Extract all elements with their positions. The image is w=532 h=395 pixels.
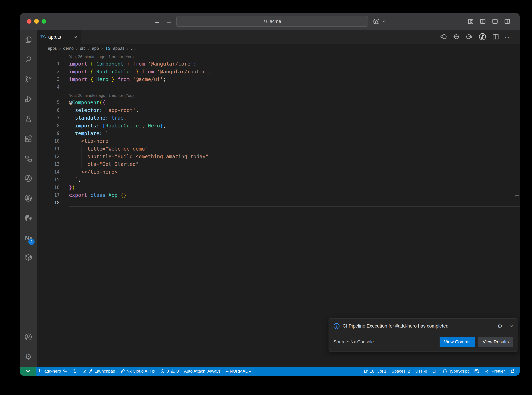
customize-layout-icon[interactable]: [467, 18, 474, 25]
code-line-2[interactable]: 2import { RouterOutlet } from '@angular/…: [37, 68, 520, 76]
zoom-window-button[interactable]: [42, 19, 46, 24]
line-number: 13: [37, 160, 69, 168]
vim-mode-item[interactable]: -- NORMAL --: [223, 367, 254, 376]
launchpad-item[interactable]: Launchpad: [80, 367, 118, 376]
auto-attach-item[interactable]: Auto Attach: Always: [181, 367, 223, 376]
explorer-icon[interactable]: [20, 30, 37, 49]
line-number: 10: [37, 137, 69, 145]
minimize-window-button[interactable]: [34, 19, 39, 24]
tab-bar: TS app.ts ×: [37, 30, 520, 44]
vscode-window: ← → acme: [20, 13, 520, 376]
code-line-5[interactable]: 5@Component({: [37, 99, 520, 106]
notification-close-icon[interactable]: ×: [510, 323, 513, 329]
code-line-11[interactable]: 11 title="Welcmoe demo": [37, 145, 520, 153]
split-editor-icon[interactable]: [492, 33, 500, 41]
breadcrumb-file[interactable]: app.ts: [113, 46, 124, 51]
run-debug-icon[interactable]: [20, 89, 37, 109]
breadcrumb-trail[interactable]: …: [131, 46, 135, 51]
indent-guide: [81, 160, 81, 168]
circle-dash-icon[interactable]: [453, 33, 460, 41]
line-number: 1: [37, 60, 69, 68]
breadcrumb-item[interactable]: apps: [48, 46, 57, 51]
code-line-1[interactable]: 1import { Component } from '@angular/cor…: [37, 60, 520, 68]
notification-settings-gear-icon[interactable]: ⚙: [497, 323, 502, 329]
git-branch-item[interactable]: add-hero: [36, 367, 70, 376]
indent-guide: [75, 168, 75, 176]
commit-graph-circle-icon[interactable]: [478, 33, 487, 42]
view-commit-button[interactable]: View Commit: [440, 337, 475, 347]
circle-arrow-right-icon[interactable]: [465, 33, 473, 41]
nx-console-icon[interactable]: N> 2: [20, 228, 37, 248]
indent-guide: [75, 160, 75, 168]
breadcrumb-item[interactable]: app: [92, 46, 99, 51]
line-number: 7: [37, 114, 69, 122]
line-number: 11: [37, 145, 69, 153]
eol-item[interactable]: LF: [430, 367, 440, 376]
overview-ruler-mark: [515, 195, 519, 196]
history-back-icon[interactable]: ←: [154, 18, 160, 25]
commits-item[interactable]: [70, 367, 80, 376]
code-line-16[interactable]: 16}): [37, 184, 520, 191]
notification-source: Source: Nx Console: [333, 339, 374, 345]
copilot-icon[interactable]: [373, 18, 380, 25]
commits-icon: [73, 369, 77, 373]
code-line-13[interactable]: 13 cta="Get Started": [37, 160, 520, 168]
formatter-item[interactable]: Prettier: [482, 367, 507, 376]
cursor-position-item[interactable]: Ln 18, Col 1: [361, 367, 389, 376]
chevron-down-icon[interactable]: [382, 20, 386, 23]
tab-close-icon[interactable]: ×: [74, 34, 77, 40]
code-line-17[interactable]: 17export class App {}: [37, 191, 520, 199]
nx-cloud-item[interactable]: Nx Cloud AI Fix: [118, 367, 158, 376]
notifications-bell-item[interactable]: [507, 367, 518, 376]
breadcrumb-item[interactable]: demo: [63, 46, 74, 51]
close-window-button[interactable]: [27, 19, 32, 24]
testing-icon[interactable]: [20, 109, 37, 129]
breadcrumb-item[interactable]: src: [80, 46, 86, 51]
search-icon: [263, 19, 268, 24]
indentation-item[interactable]: Spaces: 2: [389, 367, 413, 376]
code-line-3[interactable]: 3import { Hero } from '@acme/ui';: [37, 76, 520, 83]
toggle-primary-sidebar-icon[interactable]: [479, 18, 486, 25]
indent-guide: [75, 153, 75, 160]
code-line-15[interactable]: 15 `,: [37, 176, 520, 183]
nav-back-circle-icon[interactable]: [440, 33, 447, 41]
settings-gear-icon[interactable]: ⚙: [20, 347, 37, 367]
hierarchy-view-icon[interactable]: [20, 149, 37, 169]
graph-search-icon[interactable]: [20, 188, 37, 208]
code-line-10[interactable]: 10 <lib-hero: [37, 137, 520, 145]
code-line-9[interactable]: 9 template: `: [37, 130, 520, 137]
command-center-search[interactable]: acme: [176, 16, 368, 27]
code-line-4[interactable]: 4: [37, 83, 520, 91]
toggle-panel-icon[interactable]: [492, 18, 499, 25]
blame-annotation: You, 26 minutes ago | 1 author (You): [37, 91, 520, 99]
project-graph-icon[interactable]: [20, 169, 37, 188]
toggle-secondary-sidebar-icon[interactable]: [504, 18, 511, 25]
copilot-status-item[interactable]: [471, 367, 482, 376]
language-mode-item[interactable]: {} TypeScript: [440, 367, 471, 376]
extensions-icon[interactable]: [20, 129, 37, 149]
account-icon[interactable]: [20, 327, 37, 347]
more-actions-icon[interactable]: ···: [505, 34, 513, 40]
code-line-6[interactable]: 6 selector: 'app-root',: [37, 106, 520, 114]
problems-item[interactable]: 0 0: [158, 367, 181, 376]
package-icon[interactable]: [20, 248, 37, 268]
code-line-18[interactable]: 18: [37, 199, 520, 207]
activity-bar: N> 2 ⚙: [20, 30, 37, 367]
copilot-icon: [474, 369, 479, 374]
line-number: 17: [37, 191, 69, 199]
history-forward-icon[interactable]: →: [166, 18, 172, 25]
code-line-12[interactable]: 12 subtitle="Build something amazing tod…: [37, 153, 520, 160]
code-line-14[interactable]: 14 ></lib-hero>: [37, 168, 520, 176]
remote-indicator[interactable]: ><: [20, 367, 36, 376]
nx-badge: 2: [28, 239, 35, 245]
code-line-8[interactable]: 8 imports: [RouterOutlet, Hero],: [37, 122, 520, 130]
line-number: 6: [37, 106, 69, 114]
search-view-icon[interactable]: [20, 49, 37, 69]
source-control-icon[interactable]: [20, 69, 37, 89]
encoding-item[interactable]: UTF-8: [413, 367, 430, 376]
tab-app-ts[interactable]: TS app.ts ×: [37, 30, 81, 44]
indent-guide: [81, 153, 81, 160]
view-results-button[interactable]: View Results: [478, 337, 513, 347]
console-swirl-icon[interactable]: [20, 208, 37, 228]
code-line-7[interactable]: 7 standalone: true,: [37, 114, 520, 122]
